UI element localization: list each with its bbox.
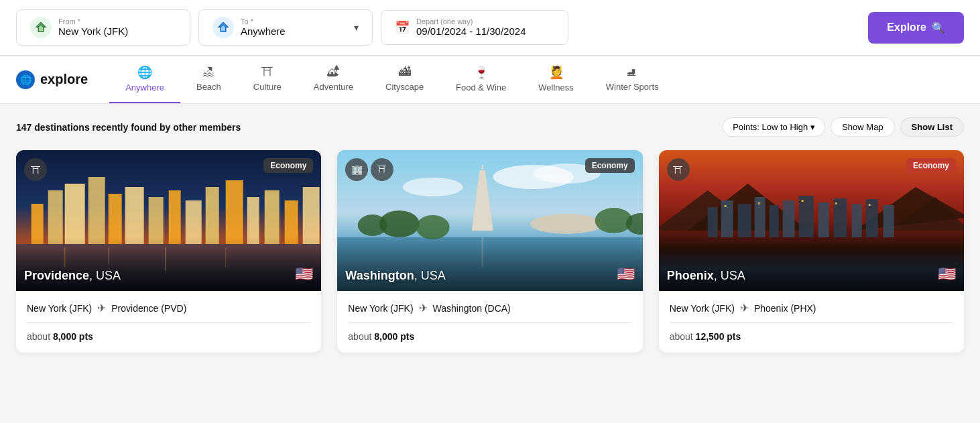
svg-rect-11 (125, 187, 144, 244)
svg-point-28 (403, 178, 463, 196)
search-icon: 🔍 (932, 21, 945, 34)
search-bar: From * New York (JFK) To * Anywhere ▾ 📅 … (0, 0, 980, 56)
cards-grid: ⛩ Economy Providence, USA 🇺🇸 New York (J… (16, 150, 964, 353)
card-gradient (337, 237, 642, 291)
card-phoenix-image: ⛩ Economy Phoenix, USA 🇺🇸 (659, 150, 964, 291)
tab-wellness[interactable]: 💆 Wellness (522, 56, 590, 103)
flight-arrow-icon: ✈ (419, 302, 428, 314)
from-field[interactable]: From * New York (JFK) (16, 9, 190, 46)
flight-route-phoenix: New York (JFK) ✈ Phoenix (PHX) (670, 302, 953, 314)
date-field[interactable]: 📅 Depart (one way) 09/01/2024 - 11/30/20… (381, 10, 568, 45)
svg-rect-51 (798, 196, 813, 237)
beach-icon: 🏖 (202, 65, 215, 79)
dest-washington: Washington (DCA) (433, 303, 511, 314)
card-type-icon-2: ⛩ (371, 158, 393, 181)
svg-marker-1 (38, 25, 44, 32)
content-header: 147 destinations recently found by other… (16, 117, 964, 137)
dest-providence: Providence (PVD) (111, 303, 186, 314)
to-value: Anywhere (241, 25, 286, 37)
svg-rect-20 (303, 187, 320, 244)
card-flag-providence: 🇺🇸 (295, 265, 313, 283)
tab-cityscape-label: Cityscape (385, 82, 424, 92)
tab-cityscape[interactable]: 🏙 Cityscape (369, 56, 440, 103)
flight-arrow-icon: ✈ (97, 302, 106, 314)
tab-anywhere[interactable]: 🌐 Anywhere (109, 56, 180, 103)
explore-button[interactable]: Explore 🔍 (868, 12, 964, 44)
explore-label: Explore (887, 21, 926, 34)
card-badge-phoenix: Economy (906, 158, 956, 173)
nav-tabs: 🌐 Anywhere 🏖 Beach ⛩ Culture 🏕 Adventure… (109, 56, 674, 103)
logo-icon: 🌐 (16, 70, 35, 89)
tab-culture-label: Culture (253, 82, 282, 92)
svg-rect-15 (206, 187, 219, 244)
svg-rect-59 (801, 200, 803, 202)
svg-marker-3 (221, 25, 226, 32)
card-location-providence: Providence, USA (24, 269, 121, 283)
anywhere-icon: 🌐 (137, 65, 152, 80)
card-phoenix[interactable]: ⛩ Economy Phoenix, USA 🇺🇸 New York (JFK)… (659, 150, 964, 353)
svg-rect-16 (226, 180, 243, 244)
svg-rect-61 (868, 204, 870, 206)
tab-beach-label: Beach (196, 82, 221, 92)
logo: 🌐 explore (16, 60, 88, 100)
svg-rect-52 (818, 202, 829, 237)
card-type-icon: ⛩ (24, 158, 47, 181)
to-field[interactable]: To * Anywhere ▾ (198, 9, 373, 46)
tab-beach[interactable]: 🏖 Beach (180, 56, 237, 103)
from-label: From * (58, 17, 128, 25)
svg-rect-46 (721, 200, 733, 237)
divider (348, 322, 631, 323)
show-map-button[interactable]: Show Map (831, 117, 894, 137)
svg-point-35 (416, 215, 450, 239)
sort-chevron-icon: ▾ (810, 122, 815, 132)
tab-winter-sports-label: Winter Sports (606, 82, 659, 92)
to-label: To * (241, 17, 286, 25)
card-gradient (16, 237, 321, 291)
divider (670, 322, 953, 323)
show-list-button[interactable]: Show List (900, 117, 964, 137)
price-washington: about 8,000 pts (348, 331, 631, 342)
divider (27, 322, 310, 323)
svg-rect-45 (707, 207, 717, 237)
price-phoenix: about 12,500 pts (670, 331, 953, 342)
origin-providence: New York (JFK) (27, 303, 92, 314)
tab-adventure[interactable]: 🏕 Adventure (298, 56, 369, 103)
food-wine-icon: 🍷 (474, 65, 489, 80)
card-providence[interactable]: ⛩ Economy Providence, USA 🇺🇸 New York (J… (16, 150, 321, 353)
sort-dropdown[interactable]: Points: Low to High ▾ (723, 117, 825, 137)
winter-sports-icon: ⛸ (626, 65, 638, 79)
origin-phoenix: New York (JFK) (670, 303, 735, 314)
tab-culture[interactable]: ⛩ Culture (237, 56, 298, 103)
card-body-washington: New York (JFK) ✈ Washington (DCA) about … (337, 291, 642, 353)
flight-route-washington: New York (JFK) ✈ Washington (DCA) (348, 302, 631, 314)
card-providence-image: ⛩ Economy Providence, USA 🇺🇸 (16, 150, 321, 291)
from-value: New York (JFK) (58, 25, 128, 37)
svg-rect-56 (883, 205, 894, 237)
tab-winter-sports[interactable]: ⛸ Winter Sports (590, 56, 675, 103)
card-type-icon: ⛩ (667, 158, 690, 181)
flight-route-providence: New York (JFK) ✈ Providence (PVD) (27, 302, 310, 314)
tab-anywhere-label: Anywhere (125, 82, 164, 93)
svg-rect-50 (782, 200, 794, 237)
content-area: 147 destinations recently found by other… (0, 104, 980, 366)
svg-rect-33 (540, 217, 594, 231)
card-body-phoenix: New York (JFK) ✈ Phoenix (PHX) about 12,… (659, 291, 964, 353)
date-value: 09/01/2024 - 11/30/2024 (416, 25, 526, 37)
card-location-washington: Washington, USA (345, 269, 445, 283)
svg-rect-13 (169, 190, 181, 244)
price-providence: about 8,000 pts (27, 331, 310, 342)
card-washington[interactable]: 🏢 ⛩ Economy Washington, USA 🇺🇸 New York … (337, 150, 642, 353)
from-icon (30, 17, 52, 38)
tab-wellness-label: Wellness (538, 82, 574, 93)
logo-text: explore (40, 72, 88, 87)
nav-bar: 🌐 explore 🌐 Anywhere 🏖 Beach ⛩ Culture 🏕… (0, 56, 980, 104)
flight-arrow-icon: ✈ (740, 302, 749, 314)
dest-phoenix: Phoenix (PHX) (754, 303, 816, 314)
tab-food-wine[interactable]: 🍷 Food & Wine (440, 56, 522, 103)
svg-rect-18 (265, 190, 280, 244)
tab-food-wine-label: Food & Wine (456, 82, 506, 93)
card-badge-providence: Economy (263, 158, 313, 173)
to-icon (212, 17, 234, 38)
cityscape-icon: 🏙 (399, 65, 411, 79)
svg-rect-54 (851, 204, 861, 237)
